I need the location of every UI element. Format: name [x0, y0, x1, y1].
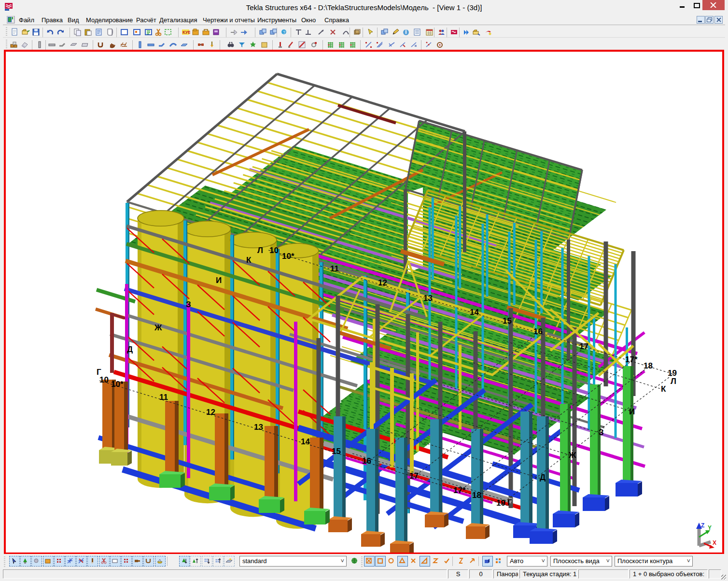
svg-text:17*: 17* [453, 486, 466, 495]
svg-text:10: 10 [99, 375, 109, 384]
svg-text:Л: Л [257, 246, 263, 255]
svg-text:К: К [246, 255, 252, 265]
svg-text:18: 18 [644, 361, 653, 370]
svg-text:З: З [599, 428, 604, 437]
svg-text:13: 13 [254, 423, 263, 432]
svg-text:14: 14 [470, 308, 479, 317]
svg-text:17*: 17* [625, 355, 638, 364]
svg-text:17: 17 [579, 342, 588, 351]
svg-text:18: 18 [472, 491, 481, 500]
svg-text:Г: Г [507, 498, 512, 507]
svg-text:13: 13 [423, 294, 433, 303]
svg-text:12: 12 [378, 278, 387, 287]
svg-text:И: И [629, 407, 635, 416]
svg-text:10*: 10* [282, 252, 294, 261]
svg-text:19: 19 [496, 498, 505, 508]
svg-text:16: 16 [533, 327, 543, 336]
svg-text:З: З [186, 300, 191, 309]
svg-text:К: К [661, 384, 666, 394]
svg-text:Д: Д [540, 473, 546, 482]
svg-text:12: 12 [206, 408, 215, 417]
svg-text:Y: Y [708, 524, 712, 531]
svg-text:Л: Л [671, 377, 676, 386]
svg-text:11: 11 [159, 393, 168, 402]
svg-text:10: 10 [269, 246, 279, 255]
svg-text:15: 15 [332, 447, 341, 456]
svg-text:17: 17 [409, 471, 419, 481]
svg-text:Ж: Ж [568, 451, 576, 460]
svg-text:10*: 10* [111, 380, 124, 389]
svg-text:16: 16 [362, 456, 371, 466]
svg-text:X: X [713, 539, 716, 546]
svg-text:11: 11 [330, 264, 339, 273]
svg-text:Д: Д [127, 345, 133, 354]
svg-text:14: 14 [301, 437, 310, 446]
svg-text:КУБ: КУБ [182, 30, 190, 35]
svg-text:15: 15 [503, 316, 512, 326]
svg-text:Z: Z [701, 522, 704, 529]
svg-text:?: ? [283, 30, 285, 35]
svg-text:Ж: Ж [154, 323, 162, 332]
svg-text:И: И [216, 276, 222, 285]
